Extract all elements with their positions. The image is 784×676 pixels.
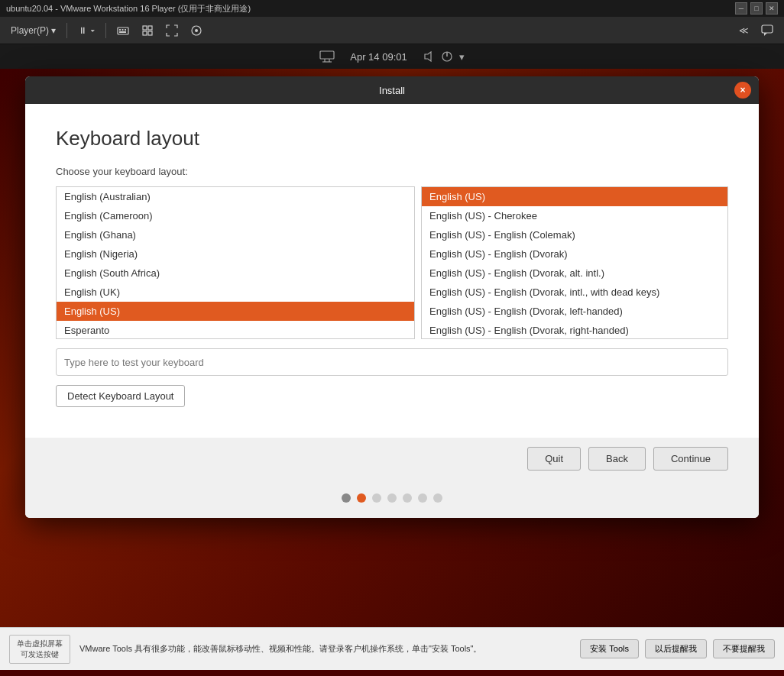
volume-icon [423,50,435,63]
vmware-bottom-bar: 单击虚拟屏幕 可发送按键 VMware Tools 具有很多功能，能改善鼠标移动… [0,627,784,670]
vmware-toolbar: Player(P) ▾ ⏸ ▾ ≪ [0,17,784,44]
continue-button[interactable]: Continue [653,447,728,471]
dialog-close-button[interactable]: × [734,82,751,99]
layout-list-item[interactable]: English (US) - English (Dvorak, alt. int… [422,264,727,283]
layout-list-item[interactable]: English (US) - English (Dvorak, right-ha… [422,321,727,339]
layout-list-item[interactable]: English (US) - English (Dvorak) [422,244,727,264]
dialog-title: Install [379,85,405,96]
pause-button[interactable]: ⏸ ▾ [73,20,99,41]
ubuntu-desktop: Install × Keyboard layout Choose your ke… [0,69,784,627]
vm-datetime: Apr 14 09:01 [350,51,407,63]
power-icon [441,50,453,63]
power-arrow: ▾ [459,51,465,63]
back-button[interactable]: Back [588,447,646,471]
dialog-heading: Keyboard layout [56,127,728,150]
language-list[interactable]: English (Australian)English (Cameroon)En… [56,186,415,339]
dialog-area: Install × Keyboard layout Choose your ke… [0,69,784,627]
dialog-subtitle: Choose your keyboard layout: [56,166,728,177]
language-list-item[interactable]: English (UK) [57,283,414,302]
chat-icon [761,24,773,37]
progress-dot [403,493,412,503]
svg-rect-12 [320,51,334,59]
svg-point-10 [195,29,198,32]
install-tools-button[interactable]: 安装 Tools [580,639,639,658]
bottom-buttons: 安装 Tools 以后提醒我 不要提醒我 [580,639,775,658]
toolbar-separator-2 [105,23,106,38]
svg-rect-3 [125,29,126,31]
vm-statusbar: Apr 14 09:01 ▾ [0,44,784,69]
window-title: ubuntu20.04 - VMware Workstation 16 Play… [6,3,735,15]
detect-keyboard-button[interactable]: Detect Keyboard Layout [56,385,185,407]
close-button[interactable]: ✕ [766,2,778,15]
language-list-item[interactable]: English (South Africa) [57,264,414,283]
progress-dot [387,493,397,503]
progress-dot [418,493,427,503]
progress-dot [372,493,381,503]
layout-list[interactable]: English (US)English (US) - CherokeeEngli… [421,186,728,339]
unity-button[interactable] [186,20,207,41]
svg-rect-1 [119,29,121,31]
svg-rect-2 [121,29,123,31]
send-ctrl-alt-del-button[interactable] [112,20,134,41]
keyboard-icon [117,24,129,37]
language-list-item[interactable]: English (Ghana) [57,225,414,244]
svg-rect-11 [762,25,773,33]
quit-button[interactable]: Quit [527,447,581,471]
svg-rect-5 [143,26,147,30]
layout-list-item[interactable]: English (US) - English (Colemak) [422,225,727,244]
fullscreen-button[interactable] [161,20,183,41]
bottom-hint: 单击虚拟屏幕 可发送按键 [9,635,70,664]
svg-rect-4 [119,31,126,33]
vm-status-left [319,50,335,63]
dialog-content: Keyboard layout Choose your keyboard lay… [25,104,759,438]
progress-dot [342,493,351,503]
progress-dot [433,493,442,503]
svg-rect-6 [148,26,152,30]
layout-list-item[interactable]: English (US) - Cherokee [422,206,727,225]
unity-icon [190,24,202,37]
wizard-progress [25,483,759,509]
svg-rect-0 [118,27,128,34]
toolbar-right: ≪ [734,20,778,41]
language-list-item[interactable]: English (Cameroon) [57,206,414,225]
restore-button[interactable]: □ [750,2,763,15]
language-list-item[interactable]: English (US) [57,302,414,321]
chat-button[interactable] [756,20,778,41]
bottom-message: VMware Tools 具有很多功能，能改善鼠标移动性、视频和性能。请登录客户… [79,643,571,655]
progress-dot [357,493,366,503]
install-dialog: Install × Keyboard layout Choose your ke… [25,76,759,518]
dialog-footer: Quit Back Continue [25,438,759,483]
language-list-item[interactable]: English (Nigeria) [57,244,414,264]
minimize-button[interactable]: ─ [735,2,747,15]
toolbar-separator-1 [66,23,67,38]
vmware-titlebar: ubuntu20.04 - VMware Workstation 16 Play… [0,0,784,17]
language-list-item[interactable]: Esperanto [57,321,414,339]
fit-icon [141,24,154,37]
vm-status-right: ▾ [423,50,465,63]
svg-marker-16 [425,52,431,61]
dont-remind-button[interactable]: 不要提醒我 [713,639,775,658]
network-icon [319,50,335,63]
layout-list-item[interactable]: English (US) [422,187,727,206]
layout-list-item[interactable]: English (US) - English (Dvorak, intl., w… [422,283,727,302]
svg-rect-8 [148,31,152,35]
fit-window-button[interactable] [137,20,158,41]
layout-list-item[interactable]: English (US) - English (Dvorak, left-han… [422,302,727,321]
fullscreen-icon [166,24,178,37]
svg-rect-7 [143,31,147,35]
keyboard-test-input[interactable] [56,348,728,376]
dialog-titlebar: Install × [25,76,759,104]
remind-later-button[interactable]: 以后提醒我 [645,639,707,658]
help-button[interactable]: ≪ [734,20,753,41]
language-list-item[interactable]: English (Australian) [57,187,414,206]
player-menu-button[interactable]: Player(P) ▾ [6,20,60,41]
keyboard-lists: English (Australian)English (Cameroon)En… [56,186,728,339]
window-controls: ─ □ ✕ [735,2,778,15]
